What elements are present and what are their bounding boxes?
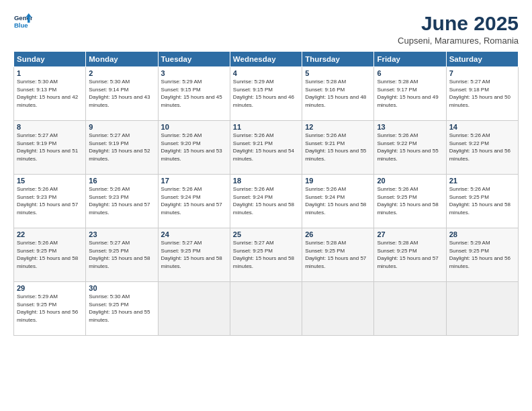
day-info: Sunrise: 5:26 AM Sunset: 9:21 PM Dayligh…: [305, 132, 371, 163]
table-row: [302, 282, 374, 336]
table-row: 29 Sunrise: 5:29 AM Sunset: 9:25 PM Dayl…: [14, 282, 86, 336]
day-number: 1: [17, 69, 83, 77]
day-number: 5: [305, 69, 371, 77]
calendar-week-row: 29 Sunrise: 5:29 AM Sunset: 9:25 PM Dayl…: [14, 282, 519, 336]
table-row: 18 Sunrise: 5:26 AM Sunset: 9:24 PM Dayl…: [230, 175, 302, 228]
col-tuesday: Tuesday: [158, 52, 230, 67]
day-info: Sunrise: 5:27 AM Sunset: 9:19 PM Dayligh…: [17, 132, 83, 163]
day-info: Sunrise: 5:26 AM Sunset: 9:24 PM Dayligh…: [233, 185, 299, 216]
day-number: 15: [17, 177, 83, 185]
day-number: 4: [233, 69, 299, 77]
day-info: Sunrise: 5:26 AM Sunset: 9:21 PM Dayligh…: [233, 132, 299, 163]
day-number: 14: [449, 123, 515, 131]
day-info: Sunrise: 5:26 AM Sunset: 9:22 PM Dayligh…: [449, 132, 515, 163]
day-number: 9: [89, 123, 154, 131]
day-number: 11: [233, 123, 299, 131]
day-number: 6: [377, 69, 443, 77]
logo: General Blue: [13, 12, 32, 31]
day-number: 22: [17, 230, 83, 238]
day-number: 3: [161, 69, 227, 77]
day-info: Sunrise: 5:27 AM Sunset: 9:25 PM Dayligh…: [233, 239, 299, 270]
table-row: 20 Sunrise: 5:26 AM Sunset: 9:25 PM Dayl…: [374, 175, 446, 228]
day-info: Sunrise: 5:30 AM Sunset: 9:25 PM Dayligh…: [89, 293, 154, 324]
table-row: 1 Sunrise: 5:30 AM Sunset: 9:13 PM Dayli…: [14, 67, 86, 121]
day-number: 24: [161, 230, 227, 238]
day-info: Sunrise: 5:27 AM Sunset: 9:19 PM Dayligh…: [89, 132, 154, 163]
table-row: 25 Sunrise: 5:27 AM Sunset: 9:25 PM Dayl…: [230, 228, 302, 282]
table-row: 16 Sunrise: 5:26 AM Sunset: 9:23 PM Dayl…: [86, 175, 158, 228]
day-info: Sunrise: 5:29 AM Sunset: 9:15 PM Dayligh…: [233, 78, 299, 109]
day-info: Sunrise: 5:26 AM Sunset: 9:23 PM Dayligh…: [17, 185, 83, 216]
table-row: 9 Sunrise: 5:27 AM Sunset: 9:19 PM Dayli…: [86, 121, 158, 175]
table-row: 14 Sunrise: 5:26 AM Sunset: 9:22 PM Dayl…: [446, 121, 518, 175]
day-info: Sunrise: 5:27 AM Sunset: 9:25 PM Dayligh…: [89, 239, 154, 270]
day-info: Sunrise: 5:28 AM Sunset: 9:25 PM Dayligh…: [305, 239, 371, 270]
table-row: [230, 282, 302, 336]
day-info: Sunrise: 5:29 AM Sunset: 9:25 PM Dayligh…: [17, 293, 83, 324]
calendar-table: Sunday Monday Tuesday Wednesday Thursday…: [13, 51, 519, 336]
table-row: [158, 282, 230, 336]
day-info: Sunrise: 5:26 AM Sunset: 9:23 PM Dayligh…: [89, 185, 154, 216]
day-number: 16: [89, 177, 154, 185]
table-row: 6 Sunrise: 5:28 AM Sunset: 9:17 PM Dayli…: [374, 67, 446, 121]
day-number: 18: [233, 177, 299, 185]
day-info: Sunrise: 5:28 AM Sunset: 9:17 PM Dayligh…: [377, 78, 443, 109]
table-row: 12 Sunrise: 5:26 AM Sunset: 9:21 PM Dayl…: [302, 121, 374, 175]
table-row: 2 Sunrise: 5:30 AM Sunset: 9:14 PM Dayli…: [86, 67, 158, 121]
table-row: [446, 282, 518, 336]
day-number: 28: [449, 230, 515, 238]
calendar-week-row: 22 Sunrise: 5:26 AM Sunset: 9:25 PM Dayl…: [14, 228, 519, 282]
day-info: Sunrise: 5:29 AM Sunset: 9:25 PM Dayligh…: [449, 239, 515, 270]
table-row: 28 Sunrise: 5:29 AM Sunset: 9:25 PM Dayl…: [446, 228, 518, 282]
day-info: Sunrise: 5:27 AM Sunset: 9:25 PM Dayligh…: [161, 239, 227, 270]
col-sunday: Sunday: [14, 52, 86, 67]
day-info: Sunrise: 5:30 AM Sunset: 9:14 PM Dayligh…: [89, 78, 154, 109]
day-number: 8: [17, 123, 83, 131]
title-block: June 2025 Cupseni, Maramures, Romania: [398, 12, 519, 46]
table-row: 7 Sunrise: 5:27 AM Sunset: 9:18 PM Dayli…: [446, 67, 518, 121]
table-row: 4 Sunrise: 5:29 AM Sunset: 9:15 PM Dayli…: [230, 67, 302, 121]
table-row: 15 Sunrise: 5:26 AM Sunset: 9:23 PM Dayl…: [14, 175, 86, 228]
day-info: Sunrise: 5:27 AM Sunset: 9:18 PM Dayligh…: [449, 78, 515, 109]
day-number: 21: [449, 177, 515, 185]
day-info: Sunrise: 5:29 AM Sunset: 9:15 PM Dayligh…: [161, 78, 227, 109]
table-row: 13 Sunrise: 5:26 AM Sunset: 9:22 PM Dayl…: [374, 121, 446, 175]
table-row: 22 Sunrise: 5:26 AM Sunset: 9:25 PM Dayl…: [14, 228, 86, 282]
calendar-week-row: 8 Sunrise: 5:27 AM Sunset: 9:19 PM Dayli…: [14, 121, 519, 175]
day-number: 2: [89, 69, 154, 77]
table-row: 19 Sunrise: 5:26 AM Sunset: 9:24 PM Dayl…: [302, 175, 374, 228]
day-number: 7: [449, 69, 515, 77]
table-row: 3 Sunrise: 5:29 AM Sunset: 9:15 PM Dayli…: [158, 67, 230, 121]
table-row: 21 Sunrise: 5:26 AM Sunset: 9:25 PM Dayl…: [446, 175, 518, 228]
table-row: 8 Sunrise: 5:27 AM Sunset: 9:19 PM Dayli…: [14, 121, 86, 175]
col-thursday: Thursday: [302, 52, 374, 67]
day-info: Sunrise: 5:26 AM Sunset: 9:22 PM Dayligh…: [377, 132, 443, 163]
page: General Blue June 2025 Cupseni, Maramure…: [0, 0, 532, 411]
day-info: Sunrise: 5:26 AM Sunset: 9:25 PM Dayligh…: [17, 239, 83, 270]
header: General Blue June 2025 Cupseni, Maramure…: [13, 12, 519, 46]
day-number: 27: [377, 230, 443, 238]
day-info: Sunrise: 5:26 AM Sunset: 9:20 PM Dayligh…: [161, 132, 227, 163]
day-number: 19: [305, 177, 371, 185]
col-friday: Friday: [374, 52, 446, 67]
table-row: 17 Sunrise: 5:26 AM Sunset: 9:24 PM Dayl…: [158, 175, 230, 228]
day-number: 26: [305, 230, 371, 238]
day-info: Sunrise: 5:26 AM Sunset: 9:25 PM Dayligh…: [449, 185, 515, 216]
day-number: 25: [233, 230, 299, 238]
col-monday: Monday: [86, 52, 158, 67]
calendar-week-row: 15 Sunrise: 5:26 AM Sunset: 9:23 PM Dayl…: [14, 175, 519, 228]
table-row: 26 Sunrise: 5:28 AM Sunset: 9:25 PM Dayl…: [302, 228, 374, 282]
header-row: Sunday Monday Tuesday Wednesday Thursday…: [14, 52, 519, 67]
day-info: Sunrise: 5:26 AM Sunset: 9:24 PM Dayligh…: [161, 185, 227, 216]
calendar-title: June 2025: [398, 12, 519, 34]
day-number: 20: [377, 177, 443, 185]
table-row: 27 Sunrise: 5:28 AM Sunset: 9:25 PM Dayl…: [374, 228, 446, 282]
table-row: [374, 282, 446, 336]
table-row: 5 Sunrise: 5:28 AM Sunset: 9:16 PM Dayli…: [302, 67, 374, 121]
svg-text:Blue: Blue: [14, 21, 28, 29]
calendar-week-row: 1 Sunrise: 5:30 AM Sunset: 9:13 PM Dayli…: [14, 67, 519, 121]
calendar-subtitle: Cupseni, Maramures, Romania: [398, 36, 519, 46]
day-number: 13: [377, 123, 443, 131]
day-number: 12: [305, 123, 371, 131]
table-row: 23 Sunrise: 5:27 AM Sunset: 9:25 PM Dayl…: [86, 228, 158, 282]
